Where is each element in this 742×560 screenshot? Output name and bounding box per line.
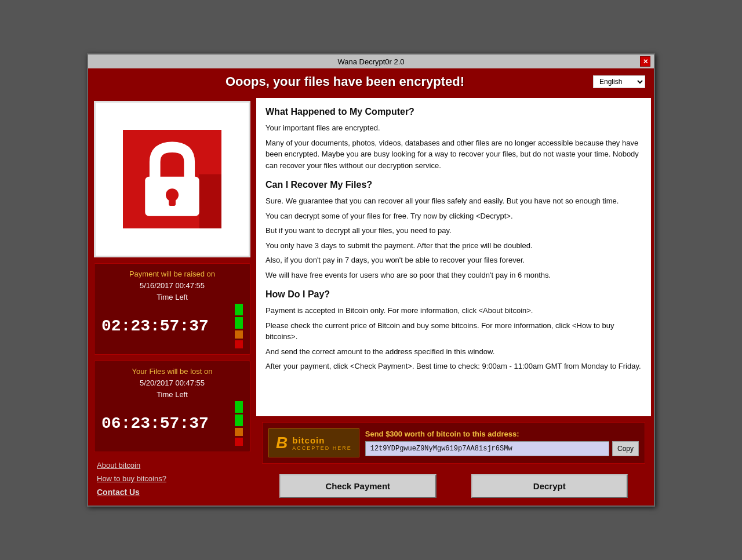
bitcoin-sub: ACCEPTED HERE [292,445,352,451]
timer2-date: 5/20/2017 00:47:55 [101,379,243,387]
text-content: What Happened to My Computer? Your impor… [256,98,651,416]
timer1-row: 02:23:57:37 [101,304,243,348]
bitcoin-section: B bitcoin ACCEPTED HERE Send $300 worth … [256,416,651,470]
main-window: Wana Decrypt0r 2.0 ✕ Ooops, your files h… [87,53,655,507]
bitcoin-text: bitcoin ACCEPTED HERE [292,435,352,451]
timer1-label: Time Left [101,293,243,301]
contact-us-link[interactable]: Contact Us [97,488,248,497]
lock-icon [123,130,221,228]
section3-para1: Payment is accepted in Bitcoin only. For… [265,305,642,317]
lock-image [94,101,250,257]
section1-para1: Your important files are encrypted. [265,122,642,134]
main-content: Payment will be raised on 5/16/2017 00:4… [88,95,654,506]
timer1-date: 5/16/2017 00:47:55 [101,281,243,290]
section2-para3: But if you want to decrypt all your file… [265,225,642,237]
bitcoin-right: Send $300 worth of bitcoin to this addre… [365,430,639,456]
section3-para3: And send the correct amount to the addre… [265,346,642,358]
window-title: Wana Decrypt0r 2.0 [102,57,640,66]
section1-para2: Many of your documents, photos, videos, … [265,137,642,172]
bar2-orange [235,428,243,436]
bar2-red [235,438,243,446]
bitcoin-word: bitcoin [292,435,352,445]
section2-para1: Sure. We guarantee that you can recover … [265,195,642,207]
section3-para2: Please check the current price of Bitcoi… [265,320,642,343]
section1-heading: What Happened to My Computer? [265,105,642,119]
section3-para4: After your payment, click <Check Payment… [265,361,642,372]
bar-green [235,304,243,315]
section3-heading: How Do I Pay? [265,288,642,301]
timer1-title: Payment will be raised on [101,270,243,278]
timer2-label: Time Left [101,390,243,399]
section2-para2: You can decrypt some of your files for f… [265,210,642,222]
timer-files-lost: Your Files will be lost on 5/20/2017 00:… [94,361,250,452]
check-payment-button[interactable]: Check Payment [279,474,437,498]
svg-marker-4 [199,174,221,229]
timer2-row: 06:23:57:37 [101,401,243,446]
right-panel: What Happened to My Computer? Your impor… [256,98,651,503]
bar-red [235,340,243,348]
section2-para5: Also, if you don't pay in 7 days, you wo… [265,254,642,266]
close-button[interactable]: ✕ [640,56,650,67]
main-heading: Ooops, your files have been encrypted! [97,74,593,89]
decrypt-button[interactable]: Decrypt [471,474,628,498]
bitcoin-b-icon: B [276,434,288,452]
section2-heading: Can I Recover My Files? [265,178,642,192]
timer2-title: Your Files will be lost on [101,367,243,376]
timer-payment-raised: Payment will be raised on 5/16/2017 00:4… [94,263,250,355]
address-row: Copy [365,441,639,456]
timer1-bars [235,304,243,348]
bar-orange [235,330,243,339]
bar2-green [235,401,243,413]
bottom-buttons: Check Payment Decrypt [256,470,651,503]
timer2-bars [235,401,243,446]
timer2-display: 06:23:57:37 [101,414,230,432]
bitcoin-inner: B bitcoin ACCEPTED HERE Send $300 worth … [262,422,645,464]
about-bitcoin-link[interactable]: About bitcoin [97,461,248,470]
bar-green2 [235,317,243,329]
svg-rect-3 [169,195,176,206]
bitcoin-address-input[interactable] [365,441,609,456]
title-bar: Wana Decrypt0r 2.0 ✕ [88,54,654,68]
how-to-buy-link[interactable]: How to buy bitcoins? [97,474,248,483]
section2-para4: You only have 3 days to submit the payme… [265,240,642,252]
copy-button[interactable]: Copy [612,441,639,456]
header: Ooops, your files have been encrypted! E… [88,68,654,95]
links-section: About bitcoin How to buy bitcoins? Conta… [94,458,250,500]
send-label: Send $300 worth of bitcoin to this addre… [365,430,639,438]
bar2-green2 [235,414,243,426]
timer1-display: 02:23:57:37 [101,317,230,335]
left-panel: Payment will be raised on 5/16/2017 00:4… [88,95,256,506]
language-select[interactable]: English [593,75,645,88]
section2-para6: We will have free events for users who a… [265,270,642,281]
bitcoin-logo: B bitcoin ACCEPTED HERE [268,428,359,457]
